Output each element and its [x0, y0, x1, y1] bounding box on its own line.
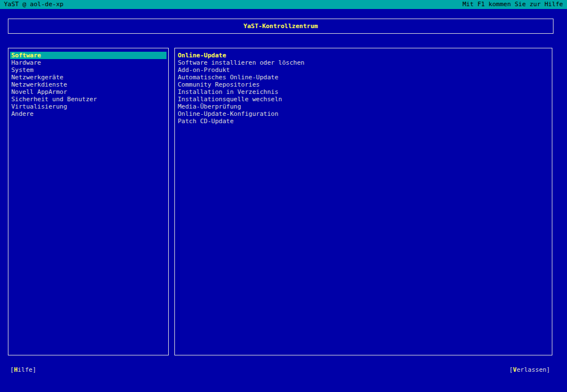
module-item[interactable]: Automatisches Online-Update	[177, 74, 550, 81]
topbar-host-label: YaST @ aol-de-xp	[4, 0, 64, 9]
footer: [Hilfe] [Verlassen]	[10, 366, 550, 373]
category-item[interactable]: Netzwerkgeräte	[10, 74, 166, 81]
modules-list: Online-UpdateSoftware installieren oder …	[177, 52, 550, 125]
category-item[interactable]: Hardware	[10, 59, 166, 66]
module-item[interactable]: Installation in Verzeichnis	[177, 88, 550, 96]
module-item[interactable]: Add-on-Produkt	[177, 66, 550, 74]
category-item[interactable]: Software	[10, 52, 166, 59]
module-item[interactable]: Online-Update-Konfiguration	[177, 110, 550, 118]
categories-list: SoftwareHardwareSystemNetzwerkgeräteNetz…	[10, 52, 166, 118]
module-item[interactable]: Community Repositories	[177, 81, 550, 88]
categories-panel: SoftwareHardwareSystemNetzwerkgeräteNetz…	[8, 48, 169, 355]
category-item[interactable]: Novell AppArmor	[10, 88, 166, 96]
topbar-help-hint: Mit F1 kommen Sie zur Hilfe	[462, 0, 563, 9]
category-item[interactable]: Andere	[10, 110, 166, 118]
module-item[interactable]: Software installieren oder löschen	[177, 59, 550, 66]
quit-button-label: erlassen]	[516, 366, 550, 373]
category-item[interactable]: Virtualisierung	[10, 103, 166, 110]
quit-button-open-bracket: [	[509, 366, 513, 373]
dialog-title-box: YaST-Kontrollzentrum	[8, 19, 554, 34]
module-item[interactable]: Installationsquelle wechseln	[177, 96, 550, 103]
module-item[interactable]: Media-Überprüfung	[177, 103, 550, 110]
module-item[interactable]: Online-Update	[177, 52, 550, 59]
terminal-title-bar: YaST @ aol-de-xp Mit F1 kommen Sie zur H…	[0, 0, 567, 9]
help-button-open-bracket: [	[10, 366, 14, 373]
category-item[interactable]: Sicherheit und Benutzer	[10, 96, 166, 103]
category-item[interactable]: System	[10, 66, 166, 74]
page-title: YaST-Kontrollzentrum	[244, 22, 318, 30]
quit-button[interactable]: [Verlassen]	[509, 366, 550, 373]
category-item[interactable]: Netzwerkdienste	[10, 81, 166, 88]
module-item[interactable]: Patch CD-Update	[177, 118, 550, 125]
modules-panel: Online-UpdateSoftware installieren oder …	[174, 48, 552, 355]
help-button[interactable]: [Hilfe]	[10, 366, 36, 373]
help-button-label: ilfe]	[17, 366, 36, 373]
